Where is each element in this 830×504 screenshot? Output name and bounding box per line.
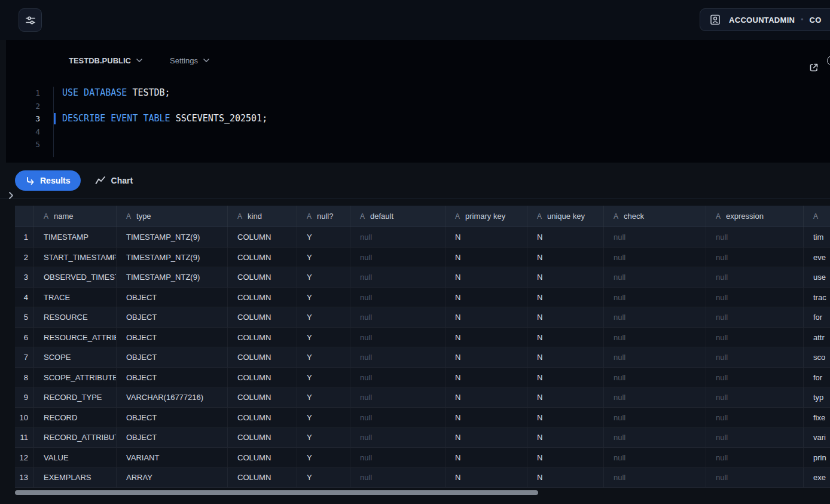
table-cell: COLUMN: [228, 347, 297, 367]
partial-icon[interactable]: [827, 56, 830, 66]
column-header-default[interactable]: A default: [350, 206, 445, 227]
code-line[interactable]: [62, 100, 830, 113]
table-cell: trac: [804, 288, 830, 307]
line-number: 3: [6, 112, 40, 126]
table-cell: N: [445, 347, 527, 367]
table-cell: Y: [297, 468, 350, 487]
table-cell: N: [445, 328, 527, 347]
text-type-icon: A: [307, 212, 312, 221]
table-row[interactable]: 8SCOPE_ATTRIBUTESOBJECTCOLUMNYnullNNnull…: [15, 368, 830, 388]
worksheet-actions-button[interactable]: [19, 8, 42, 32]
code-keyword: USE DATABASE: [62, 87, 127, 98]
chart-line-icon: [95, 176, 106, 185]
table-cell: Y: [297, 328, 350, 347]
table-cell: vari: [804, 427, 830, 447]
table-cell: COLUMN: [228, 408, 297, 427]
open-in-new-window-button[interactable]: [808, 62, 819, 73]
table-cell: N: [527, 227, 604, 247]
row-number: 2: [15, 248, 34, 267]
text-type-icon: A: [237, 212, 242, 221]
column-header-check[interactable]: A check: [604, 206, 706, 227]
table-row[interactable]: 2START_TIMESTAMPTIMESTAMP_NTZ(9)COLUMNYn…: [15, 248, 830, 268]
table-cell: START_TIMESTAMP: [34, 248, 117, 267]
chevron-down-icon: [136, 59, 142, 62]
row-number: 11: [15, 427, 34, 447]
separator-dot: •: [801, 16, 803, 24]
role-badge-icon: [707, 12, 723, 28]
table-row[interactable]: 5RESOURCEOBJECTCOLUMNYnullNNnullnullfor: [15, 307, 830, 328]
column-header-unique-key[interactable]: A unique key: [527, 206, 604, 227]
table-cell: RESOURCE: [34, 307, 117, 327]
table-cell: COLUMN: [228, 427, 297, 447]
table-cell: null: [604, 307, 706, 327]
table-cell: null: [604, 408, 706, 427]
table-cell: null: [350, 248, 445, 267]
table-cell: COLUMN: [228, 307, 297, 327]
table-row[interactable]: 1TIMESTAMPTIMESTAMP_NTZ(9)COLUMNYnullNNn…: [15, 227, 830, 248]
external-link-icon: [808, 62, 819, 73]
table-row[interactable]: 11RECORD_ATTRIBUTESOBJECTCOLUMNYnullNNnu…: [15, 427, 830, 448]
table-row[interactable]: 10RECORDOBJECTCOLUMNYnullNNnullnullfixe: [15, 408, 830, 428]
table-cell: OBJECT: [117, 347, 228, 367]
table-cell: null: [706, 448, 804, 468]
table-cell: null: [706, 328, 804, 347]
tab-chart[interactable]: Chart: [95, 176, 133, 185]
code-line[interactable]: USE DATABASE TESTDB;: [62, 87, 830, 100]
table-cell: tim: [804, 227, 830, 247]
column-header-expression[interactable]: A expression: [706, 206, 804, 227]
table-cell: N: [527, 448, 604, 468]
table-cell: null: [350, 368, 445, 387]
horizontal-scrollbar[interactable]: [15, 490, 822, 495]
column-header-kind[interactable]: A kind: [228, 206, 297, 227]
code-plain: SSCEVENTS_202501;: [170, 113, 268, 124]
table-cell: N: [445, 227, 527, 247]
settings-dropdown[interactable]: Settings: [170, 56, 209, 65]
column-header-primary-key[interactable]: A primary key: [445, 206, 527, 227]
tab-results[interactable]: Results: [15, 170, 81, 191]
row-number: 7: [15, 347, 34, 367]
table-cell: Y: [297, 368, 350, 387]
code-line[interactable]: [62, 138, 830, 151]
scrollbar-thumb[interactable]: [15, 490, 538, 495]
column-header-null[interactable]: A null?: [297, 206, 350, 227]
database-schema-selector[interactable]: TESTDB.PUBLIC: [69, 56, 142, 65]
table-cell: null: [350, 427, 445, 447]
tab-chart-label: Chart: [111, 176, 133, 185]
role-warehouse-selector[interactable]: ACCOUNTADMIN • CO: [700, 8, 830, 31]
code-line[interactable]: [62, 126, 830, 139]
column-header-label: check: [624, 212, 644, 221]
column-header-label: primary key: [465, 212, 505, 221]
column-header-label: kind: [248, 212, 262, 221]
table-cell: COLUMN: [228, 387, 297, 407]
table-cell: COLUMN: [228, 227, 297, 247]
table-cell: null: [604, 288, 706, 307]
table-cell: N: [445, 248, 527, 267]
expand-sidebar-button[interactable]: [5, 189, 17, 202]
column-header-label: expression: [726, 212, 764, 221]
code-area[interactable]: 12345 USE DATABASE TESTDB;DESCRIBE EVENT…: [6, 74, 830, 163]
table-row[interactable]: 4TRACEOBJECTCOLUMNYnullNNnullnulltrac: [15, 288, 830, 308]
code-line[interactable]: DESCRIBE EVENT TABLE SSCEVENTS_202501;: [62, 112, 830, 126]
code-keyword: DESCRIBE EVENT TABLE: [62, 113, 170, 124]
table-cell: null: [350, 468, 445, 487]
column-header-comment-partial[interactable]: A: [804, 206, 830, 227]
table-row[interactable]: 13EXEMPLARSARRAYCOLUMNYnullNNnullnullexe: [15, 468, 830, 488]
table-cell: TIMESTAMP: [34, 227, 117, 247]
table-row[interactable]: 7SCOPEOBJECTCOLUMNYnullNNnullnullsco: [15, 347, 830, 368]
row-number: 9: [15, 387, 34, 407]
table-row[interactable]: 12VALUEVARIANTCOLUMNYnullNNnullnullprin: [15, 448, 830, 468]
column-header-label: type: [136, 212, 151, 221]
table-cell: null: [706, 227, 804, 247]
table-cell: COLUMN: [228, 288, 297, 307]
table-cell: SCOPE_ATTRIBUTES: [34, 368, 117, 387]
row-number: 8: [15, 368, 34, 387]
table-row[interactable]: 6RESOURCE_ATTRIBUTESOBJECTCOLUMNYnullNNn…: [15, 328, 830, 348]
table-cell: Y: [297, 288, 350, 307]
column-header-type[interactable]: A type: [117, 206, 228, 227]
table-cell: null: [350, 448, 445, 468]
table-row[interactable]: 3OBSERVED_TIMESTAMPTIMESTAMP_NTZ(9)COLUM…: [15, 267, 830, 288]
table-cell: null: [350, 227, 445, 247]
table-cell: N: [527, 427, 604, 447]
column-header-name[interactable]: A name: [34, 206, 117, 227]
table-row[interactable]: 9RECORD_TYPEVARCHAR(16777216)COLUMNYnull…: [15, 387, 830, 408]
